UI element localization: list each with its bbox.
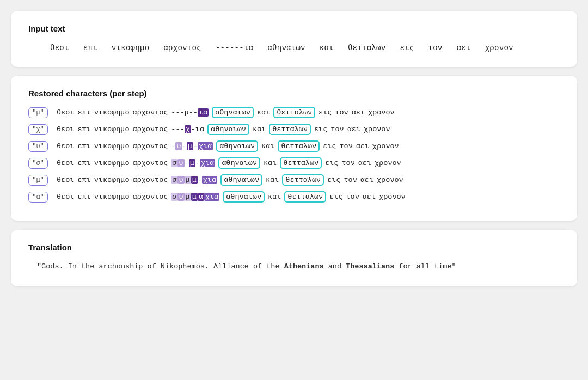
translation-end: for all time" <box>394 262 456 271</box>
table-row: "α" θεοι επι νικοφημο αρχοντος συμμαχια … <box>28 191 560 203</box>
word: και <box>268 193 281 201</box>
word: αρχοντος <box>133 125 168 133</box>
word: εις <box>327 176 340 184</box>
restored-char: μ <box>187 142 193 150</box>
restored-char: μ <box>185 193 191 201</box>
word: επι <box>77 108 90 117</box>
highlighted-word-athenians-6: αθηναιων <box>223 191 265 203</box>
word: συμμ-χια <box>171 176 217 184</box>
word: θεοι <box>57 159 74 167</box>
word: αρχοντος <box>133 108 168 117</box>
restored-char: χια <box>202 176 217 184</box>
word: αει <box>360 176 373 184</box>
highlighted-word-thessalians-1: θετταλων <box>273 107 315 118</box>
highlighted-word-thessalians-2: θετταλων <box>269 124 311 135</box>
highlighted-word-thessalians-3: θετταλων <box>278 140 320 152</box>
step-badge-5: "μ" <box>28 175 48 186</box>
word: εις <box>314 125 327 133</box>
word: νικοφημο <box>94 125 130 133</box>
translation-thessalians: Thessalians <box>346 262 394 271</box>
table-row: "μ" θεοι επι νικοφημο αρχοντος ---μ--ια … <box>28 107 560 118</box>
restored-char: ια <box>198 108 209 117</box>
step-badge-2: "χ" <box>28 124 48 135</box>
word: εις <box>323 142 336 150</box>
word: συμμαχια <box>171 193 219 201</box>
word: θεοι <box>57 108 74 117</box>
word: αρχοντος <box>133 193 168 201</box>
highlighted-word-thessalians-4: θετταλων <box>280 157 322 169</box>
translation-content: "Gods. In the archonship of Nikophemos. … <box>28 261 560 273</box>
restored-char: σ <box>171 193 177 201</box>
step-badge-3: "υ" <box>28 141 48 152</box>
word: χρονον <box>364 125 390 133</box>
highlighted-word-thessalians-5: θετταλων <box>282 174 324 186</box>
word: νικοφημο <box>94 193 130 201</box>
word: τον <box>330 125 344 133</box>
word: χρονον <box>377 176 403 184</box>
translation-title: Translation <box>28 243 560 252</box>
translation-prefix: "Gods. In the archonship of Nikophemos. … <box>37 262 284 271</box>
highlighted-word-thessalians-6: θετταλων <box>284 191 326 203</box>
restored-title: Restored characters (per step) <box>28 89 560 98</box>
word: ---μ--ια <box>171 108 209 117</box>
highlighted-word-athenians-4: αθηναιων <box>218 157 260 169</box>
restored-char: υ <box>177 176 184 184</box>
highlighted-word-athenians-1: αθηναιων <box>212 107 254 118</box>
word: και <box>266 176 279 184</box>
restored-char: α <box>198 193 204 201</box>
word: αει <box>356 142 369 150</box>
word: αει <box>347 125 360 133</box>
word: αρχοντος <box>133 176 168 184</box>
restored-char: υ <box>175 142 182 150</box>
step-text-5: θεοι επι νικοφημο αρχοντος συμμ-χια αθην… <box>57 174 403 186</box>
word: επι <box>77 142 90 150</box>
step-text-2: θεοι επι νικοφημο αρχοντος ---χ-ια αθηνα… <box>57 124 390 135</box>
word: και <box>253 125 266 133</box>
restored-char: χια <box>204 193 219 201</box>
word: τον <box>346 193 359 201</box>
word: αρχοντος <box>133 159 168 167</box>
word: θεοι <box>57 176 74 184</box>
restored-char: μ <box>191 176 198 184</box>
translation-and: and <box>324 262 346 271</box>
word: νικοφημο <box>94 142 130 150</box>
input-text-card: Input text θεοι επι νικοφημο αρχοντος --… <box>11 11 577 67</box>
restored-char: μ <box>185 176 191 184</box>
word: αει <box>363 193 376 201</box>
word: συ-μ-χια <box>171 159 215 167</box>
table-row: "χ" θεοι επι νικοφημο αρχοντος ---χ-ια α… <box>28 124 560 135</box>
step-badge-6: "α" <box>28 192 48 203</box>
step-badge-1: "μ" <box>28 107 48 118</box>
word: νικοφημο <box>94 159 130 167</box>
input-text-title: Input text <box>28 24 560 33</box>
translation-card: Translation "Gods. In the archonship of … <box>11 230 577 286</box>
word: επι <box>77 193 90 201</box>
word: και <box>264 159 277 167</box>
word: εις <box>329 193 342 201</box>
word: επι <box>77 176 90 184</box>
word: αει <box>358 159 371 167</box>
step-badge-4: "σ" <box>28 158 48 169</box>
word: εις <box>325 159 338 167</box>
word: και <box>257 108 270 117</box>
word: ---χ-ια <box>171 125 204 133</box>
word: -υ-μ-χια <box>171 142 213 150</box>
word: τον <box>339 142 352 150</box>
restored-char: χ <box>185 125 191 133</box>
highlighted-word-athenians-3: αθηναιων <box>216 140 258 152</box>
restored-char: σ <box>171 159 177 167</box>
table-row: "μ" θεοι επι νικοφημο αρχοντος συμμ-χια … <box>28 174 560 186</box>
step-text-3: θεοι επι νικοφημο αρχοντος -υ-μ-χια αθην… <box>57 140 399 152</box>
restored-card: Restored characters (per step) "μ" θεοι … <box>11 76 577 221</box>
word: εις <box>318 108 332 117</box>
step-text-4: θεοι επι νικοφημο αρχοντος συ-μ-χια αθην… <box>57 157 401 169</box>
word: χρονον <box>379 193 406 201</box>
word: θεοι <box>57 193 74 201</box>
step-text-1: θεοι επι νικοφημο αρχοντος ---μ--ια αθην… <box>57 107 395 118</box>
restored-char: μ <box>189 159 195 167</box>
translation-athenians: Athenians <box>284 262 324 271</box>
restored-char: μ <box>191 193 198 201</box>
word: τον <box>335 108 348 117</box>
word: νικοφημο <box>94 108 130 117</box>
restored-char: υ <box>177 193 184 201</box>
